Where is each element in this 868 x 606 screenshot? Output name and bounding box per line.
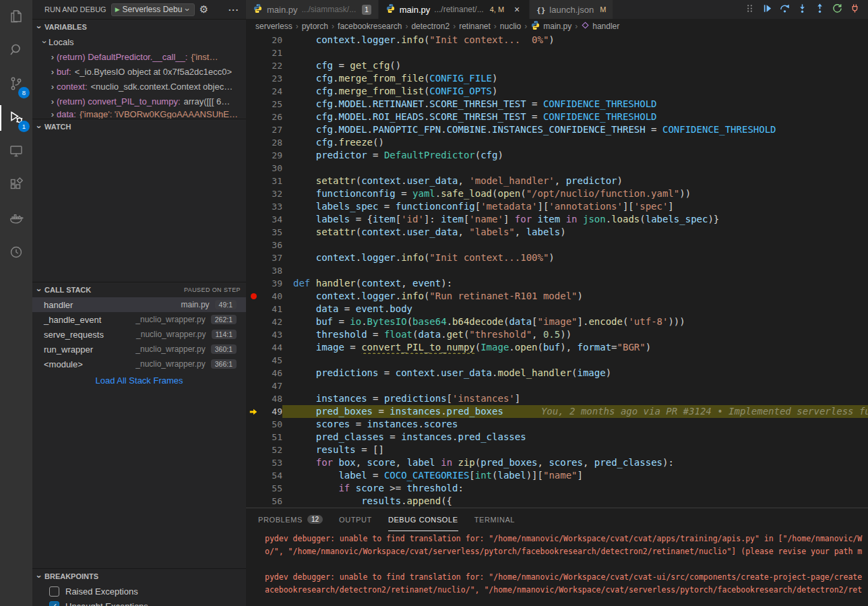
code-line-40[interactable]: 40 context.logger.info("Run retinanet-R1…: [246, 290, 868, 303]
breadcrumb-item-detectron2[interactable]: detectron2: [411, 22, 450, 31]
code-text[interactable]: cfg.freeze(): [282, 136, 868, 149]
code-text[interactable]: image = convert_PIL_to_numpy(Image.open(…: [282, 341, 868, 354]
variable-row[interactable]: ›(return) DefaultPredictor.__call__:{'in…: [32, 49, 246, 64]
code-line-54[interactable]: 54 label = COCO_CATEGORIES[int(label)]["…: [246, 469, 868, 482]
breakpoint-checkbox[interactable]: ✓: [49, 601, 59, 606]
activity-item-remote-explorer[interactable]: [0, 135, 32, 169]
code-line-49[interactable]: 49 pred_boxes = instances.pred_boxesYou,…: [246, 405, 868, 418]
code-text[interactable]: predictions = context.user_data.model_ha…: [282, 367, 868, 380]
breadcrumb-item-facebookresearch[interactable]: facebookresearch: [338, 22, 402, 31]
variables-section-header[interactable]: › VARIABLES: [32, 20, 246, 34]
code-line-44[interactable]: 44 image = convert_PIL_to_numpy(Image.op…: [246, 341, 868, 354]
code-text[interactable]: labels = {item['id']: item['name'] for i…: [282, 213, 868, 226]
code-line-43[interactable]: 43 threshold = float(data.get("threshold…: [246, 328, 868, 341]
code-line-46[interactable]: 46 predictions = context.user_data.model…: [246, 367, 868, 380]
code-line-27[interactable]: 27 cfg.MODEL.PANOPTIC_FPN.COMBINE.INSTAN…: [246, 123, 868, 136]
code-line-56[interactable]: 56 results.append({: [246, 495, 868, 508]
stack-frame[interactable]: <module>_nuclio_wrapper.py366:1: [32, 357, 246, 371]
code-line-24[interactable]: 24 cfg.merge_from_list(CONFIG_OPTS): [246, 85, 868, 98]
code-line-35[interactable]: 35 setattr(context.user_data, "labels", …: [246, 226, 868, 239]
editor-tab-main.py-1[interactable]: main.py.../retinanet/...4, M×: [379, 0, 530, 19]
activity-item-explorer[interactable]: [0, 0, 32, 34]
breadcrumb-item-serverless[interactable]: serverless: [255, 22, 292, 31]
activity-item-docker[interactable]: [0, 202, 32, 236]
drag-handle-button[interactable]: [745, 3, 755, 16]
code-text[interactable]: pred_classes = instances.pred_classes: [282, 431, 868, 444]
code-line-53[interactable]: 53 for box, score, label in zip(pred_box…: [246, 456, 868, 469]
disconnect-button[interactable]: [850, 3, 860, 16]
code-line-48[interactable]: 48 instances = predictions['instances']: [246, 392, 868, 405]
code-text[interactable]: cfg.merge_from_file(CONFIG_FILE): [282, 72, 868, 85]
code-text[interactable]: data = event.body: [282, 303, 868, 315]
code-text[interactable]: [282, 162, 868, 175]
activity-item-source-control[interactable]: 8: [0, 67, 32, 101]
code-line-52[interactable]: 52 results = []: [246, 444, 868, 456]
panel-tab-terminal[interactable]: TERMINAL: [474, 508, 515, 531]
activity-item-tool-circle[interactable]: [0, 236, 32, 270]
code-text[interactable]: context.logger.info("Run retinanet-R101 …: [282, 290, 868, 303]
code-line-47[interactable]: 47: [246, 380, 868, 392]
code-line-36[interactable]: 36: [246, 239, 868, 251]
code-line-42[interactable]: 42 buf = io.BytesIO(base64.b64decode(dat…: [246, 315, 868, 328]
current-frame-arrow-icon[interactable]: [246, 405, 261, 418]
continue-button[interactable]: [762, 3, 772, 16]
code-line-29[interactable]: 29 predictor = DefaultPredictor(cfg): [246, 149, 868, 162]
code-text[interactable]: threshold = float(data.get("threshold", …: [282, 328, 868, 341]
code-line-31[interactable]: 31 setattr(context.user_data, 'model_han…: [246, 175, 868, 187]
code-line-25[interactable]: 25 cfg.MODEL.RETINANET.SCORE_THRESH_TEST…: [246, 98, 868, 111]
call-stack-section-header[interactable]: › CALL STACK PAUSED ON STEP: [32, 282, 246, 297]
code-text[interactable]: setattr(context.user_data, "labels", lab…: [282, 226, 868, 239]
breakpoint-checkbox[interactable]: [49, 586, 59, 597]
code-text[interactable]: cfg.MODEL.ROI_HEADS.SCORE_THRESH_TEST = …: [282, 111, 868, 123]
code-line-51[interactable]: 51 pred_classes = instances.pred_classes: [246, 431, 868, 444]
editor-tab-main.py-0[interactable]: main.py.../siammask/...1: [246, 0, 379, 19]
code-text[interactable]: scores = instances.scores: [282, 418, 868, 431]
code-text[interactable]: cfg.merge_from_list(CONFIG_OPTS): [282, 85, 868, 98]
code-text[interactable]: if score >= threshold:: [282, 482, 868, 495]
code-text[interactable]: results.append({: [282, 495, 868, 508]
code-text[interactable]: context.logger.info("Init context...100%…: [282, 251, 868, 264]
breakpoint-row[interactable]: ✓Uncaught Exceptions: [32, 599, 246, 606]
code-text[interactable]: labels_spec = functionconfig['metadata']…: [282, 200, 868, 213]
variable-row[interactable]: ›data:{'image': 'iVBORw0KGgoAAAANSUhE…: [32, 109, 246, 119]
code-text[interactable]: results = []: [282, 444, 868, 456]
breakpoint-row[interactable]: Raised Exceptions: [32, 584, 246, 599]
stack-frame[interactable]: _handle_event_nuclio_wrapper.py262:1: [32, 312, 246, 327]
code-text[interactable]: [282, 239, 868, 251]
activity-item-extensions[interactable]: [0, 169, 32, 202]
code-line-23[interactable]: 23 cfg.merge_from_file(CONFIG_FILE): [246, 72, 868, 85]
code-line-32[interactable]: 32 functionconfig = yaml.safe_load(open(…: [246, 187, 868, 200]
code-line-55[interactable]: 55 if score >= threshold:: [246, 482, 868, 495]
code-line-21[interactable]: 21: [246, 47, 868, 59]
code-text[interactable]: cfg.MODEL.PANOPTIC_FPN.COMBINE.INSTANCES…: [282, 123, 868, 136]
code-line-50[interactable]: 50 scores = instances.scores: [246, 418, 868, 431]
code-text[interactable]: buf = io.BytesIO(base64.b64decode(data["…: [282, 315, 868, 328]
launch-config-dropdown[interactable]: ▶ Serverless Debu ›: [111, 3, 195, 16]
step-out-button[interactable]: [815, 3, 825, 16]
variable-row[interactable]: ›(return) convert_PIL_to_numpy:array([[[…: [32, 94, 246, 109]
code-text[interactable]: for box, score, label in zip(pred_boxes,…: [282, 456, 868, 469]
breakpoint-icon[interactable]: [246, 290, 261, 303]
breadcrumb-item-nuclio[interactable]: nuclio: [500, 22, 521, 31]
variable-row[interactable]: ›buf:<_io.BytesIO object at 0x7f5a2dc1ec…: [32, 64, 246, 79]
code-line-33[interactable]: 33 labels_spec = functionconfig['metadat…: [246, 200, 868, 213]
code-text[interactable]: [282, 264, 868, 277]
breadcrumb-item-pytorch[interactable]: pytorch: [302, 22, 328, 31]
editor-tab-launch.json-2[interactable]: {}launch.jsonM: [530, 0, 613, 19]
stack-frame[interactable]: handlermain.py49:1: [32, 297, 246, 312]
code-text[interactable]: context.logger.info("Init context... 0%"…: [282, 34, 868, 47]
breakpoints-section-header[interactable]: › BREAKPOINTS: [32, 569, 246, 584]
panel-tab-problems[interactable]: PROBLEMS12: [258, 508, 323, 531]
activity-item-search[interactable]: [0, 34, 32, 67]
stack-frame[interactable]: run_wrapper_nuclio_wrapper.py360:1: [32, 342, 246, 357]
code-text[interactable]: [282, 380, 868, 392]
close-icon[interactable]: ×: [512, 4, 522, 15]
code-text[interactable]: [282, 47, 868, 59]
activity-item-run-and-debug[interactable]: 1: [0, 101, 32, 135]
watch-section-header[interactable]: › WATCH: [32, 119, 246, 134]
code-line-26[interactable]: 26 cfg.MODEL.ROI_HEADS.SCORE_THRESH_TEST…: [246, 111, 868, 123]
code-text[interactable]: predictor = DefaultPredictor(cfg): [282, 149, 868, 162]
restart-button[interactable]: [832, 3, 842, 16]
panel-tab-output[interactable]: OUTPUT: [339, 508, 372, 531]
breadcrumb-item-handler[interactable]: handler: [581, 21, 619, 32]
